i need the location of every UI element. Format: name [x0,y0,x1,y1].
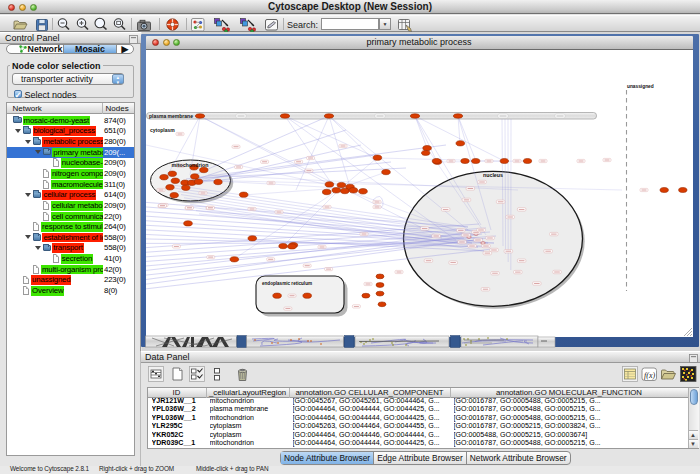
svg-text:endoplasmic reticulum: endoplasmic reticulum [262,280,312,285]
svg-text:mitochondrion: mitochondrion [171,161,208,167]
svg-text:f(x): f(x) [644,371,655,380]
svg-text:nucleus: nucleus [482,171,502,177]
svg-text:cytoplasm: cytoplasm [150,126,175,132]
svg-text:plasma membrane: plasma membrane [149,112,193,118]
svg-text:unassigned: unassigned [627,84,654,89]
